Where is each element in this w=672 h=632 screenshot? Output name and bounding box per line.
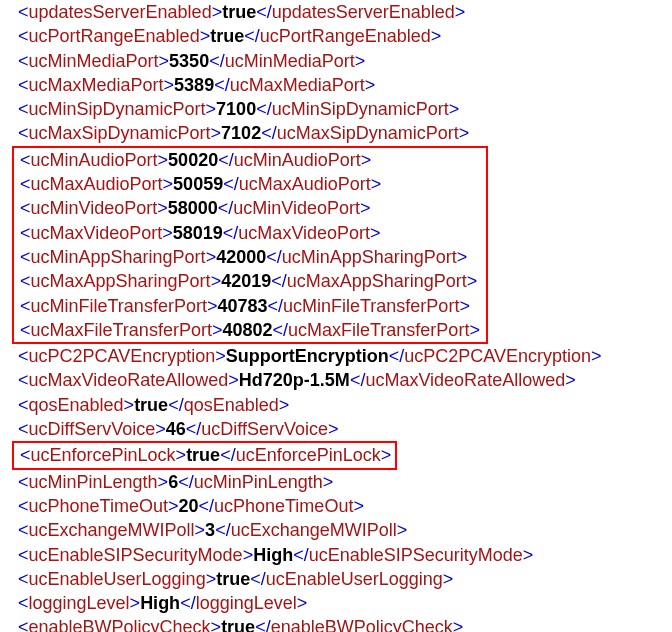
xml-close-tag: ucPC2PCAVEncryption: [404, 346, 591, 366]
xml-close-tag: ucMaxSipDynamicPort: [277, 123, 459, 143]
xml-line-ucminaudioport: <ucMinAudioPort>50020</ucMinAudioPort>: [14, 148, 486, 172]
xml-open-tag: ucPC2PCAVEncryption: [29, 346, 216, 366]
xml-open-tag: ucMaxFileTransferPort: [31, 320, 212, 340]
xml-close-tag: ucMaxAppSharingPort: [287, 271, 467, 291]
xml-close-tag: updatesServerEnabled: [272, 2, 455, 22]
xml-open-tag: qosEnabled: [29, 395, 124, 415]
xml-close-tag: loggingLevel: [196, 593, 297, 613]
xml-line-qosenabled: <qosEnabled>true</qosEnabled>: [0, 393, 672, 417]
xml-line-ucenablesipsecuritymode: <ucEnableSIPSecurityMode>High</ucEnableS…: [0, 543, 672, 567]
xml-value: true: [210, 26, 244, 46]
xml-close-tag: ucExchangeMWIPoll: [231, 520, 397, 540]
xml-line-ucmaxvideorateallowed: <ucMaxVideoRateAllowed>Hd720p-1.5M</ucMa…: [0, 368, 672, 392]
xml-close-tag: ucMinPinLength: [194, 472, 323, 492]
xml-line-ucphonetimeout: <ucPhoneTimeOut>20</ucPhoneTimeOut>: [0, 494, 672, 518]
xml-close-tag: ucDiffServVoice: [201, 419, 328, 439]
xml-open-tag: ucEnforcePinLock: [31, 445, 176, 465]
xml-line-updatesserverenabled: <updatesServerEnabled>true</updatesServe…: [0, 0, 672, 24]
xml-line-ucexchangemwipoll: <ucExchangeMWIPoll>3</ucExchangeMWIPoll>: [0, 518, 672, 542]
xml-line-ucminvideoport: <ucMinVideoPort>58000</ucMinVideoPort>: [14, 196, 486, 220]
xml-close-tag: ucMaxFileTransferPort: [288, 320, 469, 340]
xml-value: 50020: [168, 150, 218, 170]
xml-open-tag: enableBWPolicyCheck: [29, 617, 211, 632]
xml-close-tag: ucMaxMediaPort: [230, 75, 365, 95]
xml-open-tag: ucMinMediaPort: [29, 51, 159, 71]
xml-open-tag: ucMinPinLength: [29, 472, 158, 492]
xml-open-tag: ucMaxMediaPort: [29, 75, 164, 95]
xml-open-tag: ucMinFileTransferPort: [31, 296, 207, 316]
xml-close-tag: enableBWPolicyCheck: [271, 617, 453, 632]
xml-line-enablebwpolicycheck: <enableBWPolicyCheck>true</enableBWPolic…: [0, 615, 672, 632]
xml-open-tag: loggingLevel: [29, 593, 130, 613]
xml-value: Hd720p-1.5M: [239, 370, 350, 390]
xml-value: 58019: [173, 223, 223, 243]
xml-value: 5350: [169, 51, 209, 71]
xml-line-ucdiffservvoice: <ucDiffServVoice>46</ucDiffServVoice>: [0, 417, 672, 441]
xml-close-tag: ucMinAppSharingPort: [282, 247, 457, 267]
xml-value: 50059: [173, 174, 223, 194]
xml-open-tag: ucMinAppSharingPort: [31, 247, 206, 267]
xml-value: true: [216, 569, 250, 589]
xml-open-tag: ucEnableSIPSecurityMode: [29, 545, 243, 565]
xml-close-tag: ucPortRangeEnabled: [260, 26, 431, 46]
xml-line-ucmaxsipdynamicport: <ucMaxSipDynamicPort>7102</ucMaxSipDynam…: [0, 121, 672, 145]
xml-value: true: [134, 395, 168, 415]
xml-line-ucminmediaport: <ucMinMediaPort>5350</ucMinMediaPort>: [0, 49, 672, 73]
xml-open-tag: ucMinVideoPort: [31, 198, 158, 218]
xml-code-block: <updatesServerEnabled>true</updatesServe…: [0, 0, 672, 632]
xml-close-tag: ucMinVideoPort: [233, 198, 360, 218]
xml-value: 40783: [217, 296, 267, 316]
xml-open-tag: ucPortRangeEnabled: [29, 26, 200, 46]
xml-line-ucpc2pcavencryption: <ucPC2PCAVEncryption>SupportEncryption</…: [0, 344, 672, 368]
xml-value: 6: [168, 472, 178, 492]
xml-value: SupportEncryption: [226, 346, 389, 366]
xml-close-tag: ucMinAudioPort: [234, 150, 361, 170]
highlight-enforce-pin-lock: <ucEnforcePinLock>true</ucEnforcePinLock…: [12, 441, 397, 469]
xml-close-tag: ucMinMediaPort: [225, 51, 355, 71]
xml-open-tag: ucExchangeMWIPoll: [29, 520, 195, 540]
xml-close-tag: ucMaxVideoRateAllowed: [365, 370, 565, 390]
xml-line-ucminappsharingport: <ucMinAppSharingPort>42000</ucMinAppShar…: [14, 245, 486, 269]
xml-open-tag: ucMaxSipDynamicPort: [29, 123, 211, 143]
xml-value: 7102: [221, 123, 261, 143]
xml-value: true: [221, 617, 255, 632]
xml-line-ucmaxmediaport: <ucMaxMediaPort>5389</ucMaxMediaPort>: [0, 73, 672, 97]
xml-line-ucminpinlength: <ucMinPinLength>6</ucMinPinLength>: [0, 470, 672, 494]
xml-line-ucenforcepinlock: <ucEnforcePinLock>true</ucEnforcePinLock…: [16, 443, 393, 467]
xml-close-tag: ucMaxAudioPort: [239, 174, 371, 194]
xml-open-tag: ucMaxAudioPort: [31, 174, 163, 194]
xml-line-ucmaxvideoport: <ucMaxVideoPort>58019</ucMaxVideoPort>: [14, 221, 486, 245]
xml-value: 40802: [222, 320, 272, 340]
xml-close-tag: ucEnforcePinLock: [236, 445, 381, 465]
xml-value: High: [140, 593, 180, 613]
xml-open-tag: ucDiffServVoice: [29, 419, 156, 439]
xml-close-tag: ucMaxVideoPort: [238, 223, 370, 243]
xml-close-tag: ucPhoneTimeOut: [214, 496, 353, 516]
xml-open-tag: ucMaxVideoRateAllowed: [29, 370, 229, 390]
xml-open-tag: ucMaxVideoPort: [31, 223, 163, 243]
xml-open-tag: ucMaxAppSharingPort: [31, 271, 211, 291]
xml-value: 7100: [216, 99, 256, 119]
xml-value: 58000: [168, 198, 218, 218]
xml-line-ucenableuserlogging: <ucEnableUserLogging>true</ucEnableUserL…: [0, 567, 672, 591]
xml-line-ucmaxfiletransferport: <ucMaxFileTransferPort>40802</ucMaxFileT…: [14, 318, 486, 342]
highlight-port-range: <ucMinAudioPort>50020</ucMinAudioPort><u…: [12, 146, 488, 344]
xml-close-tag: ucMinSipDynamicPort: [272, 99, 449, 119]
xml-close-tag: ucEnableSIPSecurityMode: [309, 545, 523, 565]
xml-value: 5389: [174, 75, 214, 95]
xml-close-tag: qosEnabled: [184, 395, 279, 415]
xml-value: 46: [166, 419, 186, 439]
xml-open-tag: updatesServerEnabled: [29, 2, 212, 22]
xml-value: true: [186, 445, 220, 465]
xml-open-tag: ucEnableUserLogging: [29, 569, 206, 589]
xml-open-tag: ucMinAudioPort: [31, 150, 158, 170]
xml-value: 20: [178, 496, 198, 516]
xml-value: 42019: [221, 271, 271, 291]
xml-value: true: [222, 2, 256, 22]
xml-line-ucminsipdynamicport: <ucMinSipDynamicPort>7100</ucMinSipDynam…: [0, 97, 672, 121]
xml-close-tag: ucMinFileTransferPort: [283, 296, 459, 316]
xml-close-tag: ucEnableUserLogging: [266, 569, 443, 589]
xml-open-tag: ucMinSipDynamicPort: [29, 99, 206, 119]
xml-line-ucportrangeenabled: <ucPortRangeEnabled>true</ucPortRangeEna…: [0, 24, 672, 48]
xml-value: 42000: [216, 247, 266, 267]
